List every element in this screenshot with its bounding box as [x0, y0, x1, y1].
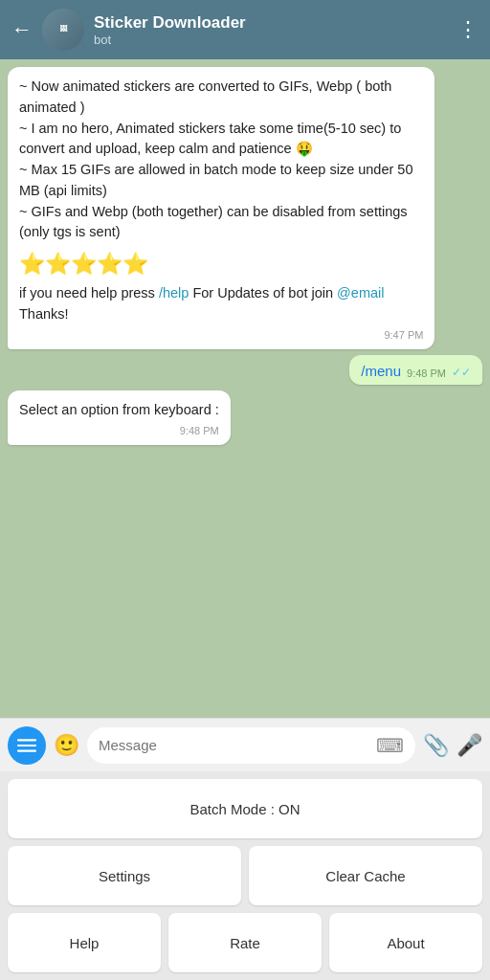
mic-button[interactable]: 🎤: [457, 733, 482, 758]
menu-button[interactable]: [8, 726, 46, 765]
keyboard-row-2: Help Rate About: [8, 913, 482, 972]
outgoing-text: /menu: [361, 363, 401, 379]
stars-rating: ⭐⭐⭐⭐⭐: [19, 249, 423, 279]
header-info: Sticker Downloader bot: [94, 13, 457, 47]
about-button[interactable]: About: [329, 913, 482, 972]
header: ← 🖼 Sticker Downloader bot ⋮: [0, 0, 490, 59]
keyboard-panel: Batch Mode : ON Settings Clear Cache Hel…: [0, 771, 490, 980]
more-options-button[interactable]: ⋮: [457, 17, 479, 42]
help-button[interactable]: Help: [8, 913, 161, 972]
message-text-2: Select an option from keyboard :: [19, 400, 219, 420]
input-bar: 🙂 ⌨ 📎 🎤: [0, 718, 490, 771]
back-button[interactable]: ←: [11, 17, 33, 42]
svg-rect-2: [17, 749, 36, 751]
attach-button[interactable]: 📎: [423, 733, 449, 758]
message-bubble-incoming-1: ~ Now animated stickers are converted to…: [8, 67, 434, 349]
message-bubble-outgoing: /menu 9:48 PM ✓✓: [349, 355, 482, 385]
keyboard-icon: ⌨: [376, 734, 404, 757]
help-text: if you need help press /help For Updates…: [19, 283, 423, 325]
svg-rect-0: [17, 739, 36, 741]
email-link[interactable]: @email: [337, 285, 384, 301]
header-subtitle: bot: [94, 33, 457, 47]
chat-area: ~ Now animated stickers are converted to…: [0, 59, 490, 718]
clear-cache-button[interactable]: Clear Cache: [249, 846, 482, 905]
avatar: 🖼: [42, 9, 84, 51]
rate-button[interactable]: Rate: [168, 913, 322, 972]
keyboard-row-1: Settings Clear Cache: [8, 846, 482, 905]
message-input[interactable]: [99, 737, 376, 753]
read-ticks: ✓✓: [452, 366, 471, 379]
batch-mode-button[interactable]: Batch Mode : ON: [8, 779, 482, 838]
message-input-wrap[interactable]: ⌨: [87, 727, 415, 764]
outgoing-time: 9:48 PM: [407, 368, 446, 379]
svg-rect-1: [17, 745, 36, 746]
message-text: ~ Now animated stickers are converted to…: [19, 77, 423, 243]
message-bubble-incoming-2: Select an option from keyboard : 9:48 PM: [8, 390, 231, 445]
keyboard-row-batch: Batch Mode : ON: [8, 779, 482, 838]
menu-icon: [17, 736, 36, 755]
settings-button[interactable]: Settings: [8, 846, 241, 905]
emoji-button[interactable]: 🙂: [54, 733, 79, 758]
message-time-2: 9:48 PM: [19, 424, 219, 439]
message-time-1: 9:47 PM: [19, 328, 423, 344]
help-link[interactable]: /help: [159, 285, 189, 301]
header-title: Sticker Downloader: [94, 13, 457, 33]
